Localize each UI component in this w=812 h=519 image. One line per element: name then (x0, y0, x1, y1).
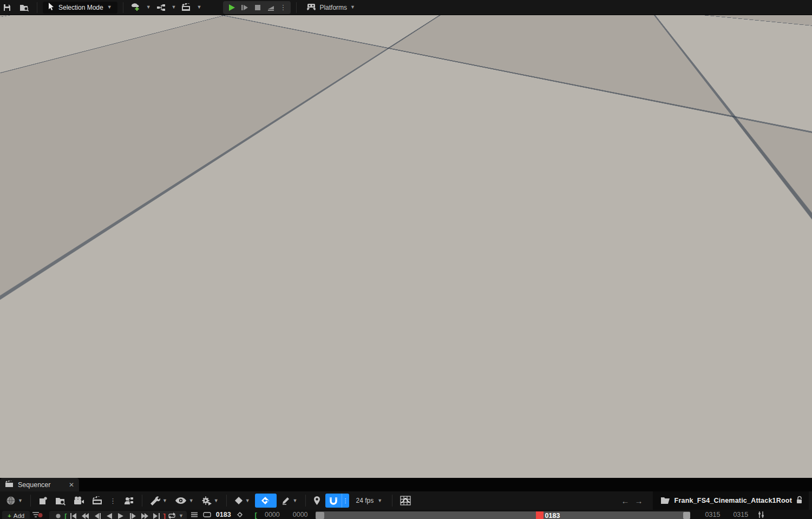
filter-icon[interactable] (32, 511, 43, 518)
jump-to-end-button[interactable] (152, 512, 162, 519)
snapping-control: ⋮ (325, 494, 349, 508)
add-track-button[interactable]: + Add (2, 511, 30, 519)
sequencer-tab[interactable]: Sequencer ✕ (0, 478, 79, 491)
play-button[interactable] (225, 2, 238, 14)
toolbar-kebab-icon[interactable]: ⋮ (107, 497, 119, 505)
in-point-value[interactable]: 0000 (259, 511, 285, 518)
cinematics-button[interactable] (179, 2, 193, 14)
surface-snapping-button[interactable] (625, 22, 639, 35)
viewport-options-button[interactable] (4, 22, 18, 35)
browse-sequence-button[interactable] (53, 494, 69, 508)
magnet-icon[interactable] (325, 494, 342, 508)
play-reverse-button[interactable] (104, 512, 115, 519)
range-slider-icon[interactable] (756, 511, 767, 518)
frame-settings-gear-icon[interactable] (234, 511, 245, 518)
camera-speed-value: 0.7 (772, 24, 790, 32)
edit-mode-dropdown[interactable]: ▼ (279, 494, 300, 508)
content-browser-icon[interactable] (17, 2, 31, 14)
gizmo-z-label: Z (20, 440, 24, 446)
scale-tool-button[interactable] (590, 22, 603, 35)
bookmark-pin-button[interactable] (311, 494, 323, 508)
track-list-icon[interactable] (189, 511, 200, 518)
director-blueprint-button[interactable] (121, 494, 137, 508)
play-forward-button[interactable] (116, 512, 127, 519)
move-tool-button[interactable] (564, 22, 577, 35)
frame-skip-button[interactable] (238, 2, 251, 14)
forward-arrow-icon[interactable]: → (635, 496, 643, 505)
viewport-toolbar: Perspective Lit Show (0, 21, 812, 36)
step-back-button[interactable] (92, 512, 103, 519)
separator (392, 495, 392, 507)
scrollbar-left-handle[interactable] (316, 512, 324, 519)
grid-snap-control[interactable]: 10 (643, 22, 674, 35)
play-controls: ⋮ (223, 1, 291, 14)
select-tool-button[interactable] (551, 22, 564, 35)
chevron-down-icon: ▼ (377, 498, 382, 503)
gamepad-icon (306, 3, 316, 12)
settings-wrench-dropdown[interactable]: ▼ (147, 494, 170, 508)
launch-button[interactable] (264, 2, 277, 14)
cube-icon (30, 23, 38, 33)
loop-icon[interactable] (167, 512, 178, 519)
timeline-playhead[interactable]: 0183 (536, 511, 560, 519)
render-movie-button[interactable] (89, 494, 105, 508)
sequencer-transport-bar: + Add [ ] ▼ 0183 [ 0000 0000 (0, 510, 812, 519)
out-point-value[interactable]: 0315 (728, 511, 754, 518)
current-frame-field[interactable]: 0183 (215, 511, 232, 518)
stop-button[interactable] (251, 2, 264, 14)
chevron-down-icon: ▼ (146, 5, 151, 10)
add-actor-button[interactable] (129, 2, 143, 14)
perspective-dropdown[interactable]: Perspective (24, 22, 82, 35)
show-dropdown[interactable]: Show (126, 22, 154, 35)
camera-cut-icon[interactable] (202, 511, 213, 518)
chevron-down-icon: ▼ (350, 5, 355, 10)
breadcrumb[interactable]: Frank_FS4_Cinematic_Attack1Root (675, 497, 792, 504)
quad-view-button[interactable] (794, 22, 808, 35)
record-icon[interactable] (53, 512, 63, 519)
platforms-dropdown[interactable]: Platforms ▼ (302, 3, 359, 12)
camera-speed-control[interactable]: 0.7 (757, 22, 790, 35)
perspective-label: Perspective (41, 24, 76, 32)
view-end-value[interactable]: 0315 (700, 511, 726, 518)
step-forward-button[interactable] (128, 512, 139, 519)
level-viewport[interactable]: Perspective Lit Show (0, 15, 812, 478)
curve-editor-button[interactable] (397, 494, 414, 508)
chevron-down-icon: ▼ (189, 498, 194, 503)
chevron-down-icon: ▼ (172, 5, 176, 10)
chevron-down-icon: ▼ (197, 5, 201, 10)
auto-key-toggle[interactable] (255, 494, 277, 508)
view-options-dropdown[interactable]: ▼ (172, 494, 197, 508)
previous-key-button[interactable] (80, 512, 91, 519)
rotation-snap-control[interactable]: 10° (678, 22, 712, 35)
fps-dropdown[interactable]: 24 fps ▼ (351, 494, 388, 508)
jump-to-start-button[interactable] (68, 512, 79, 519)
view-start-value[interactable]: 0000 (287, 511, 313, 518)
save-icon[interactable] (0, 2, 14, 14)
play-options-kebab-icon[interactable]: ⋮ (277, 3, 289, 11)
unlock-icon[interactable] (796, 496, 803, 505)
timeline-scrollbar[interactable]: 0183 (316, 511, 690, 519)
next-key-button[interactable] (140, 512, 150, 519)
sequencer-tab-label: Sequencer (18, 481, 50, 489)
rotate-tool-button[interactable] (577, 22, 590, 35)
lit-dropdown[interactable]: Lit (89, 22, 119, 35)
keyframe-options-dropdown[interactable]: ▼ (232, 494, 253, 508)
scale-snap-control[interactable]: 0.25 (716, 22, 752, 35)
set-start-bracket[interactable]: [ (64, 512, 67, 519)
chevron-down-icon: ▼ (162, 498, 167, 503)
back-arrow-icon[interactable]: ← (621, 496, 630, 505)
snapping-kebab-icon[interactable]: ⋮ (342, 494, 349, 508)
world-space-toggle[interactable] (607, 22, 621, 35)
scrollbar-right-handle[interactable] (683, 512, 690, 519)
selection-mode-dropdown[interactable]: Selection Mode ▼ (43, 2, 117, 14)
separator (226, 495, 227, 507)
sequence-breadcrumb-bar: Frank_FS4_Cinematic_Attack1Root (653, 491, 809, 510)
save-sequence-button[interactable] (36, 494, 50, 508)
world-dropdown[interactable]: ▼ (3, 494, 25, 508)
create-camera-button[interactable] (71, 494, 87, 508)
set-end-bracket[interactable]: ] (163, 512, 166, 519)
cursor-icon (48, 3, 55, 12)
blueprints-button[interactable] (154, 2, 168, 14)
playback-options-dropdown[interactable]: ▼ (199, 494, 221, 508)
close-icon[interactable]: ✕ (69, 481, 74, 489)
